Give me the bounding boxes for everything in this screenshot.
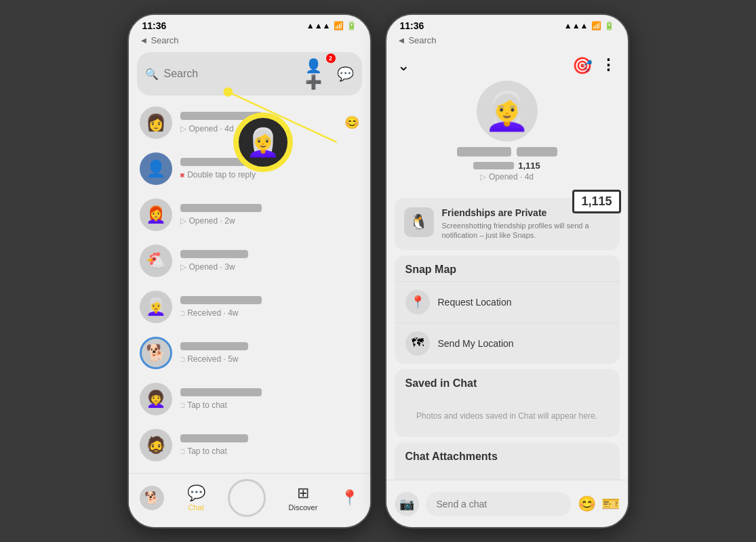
status-bar-left: 11:36 ▲▲▲ 📶 🔋 — [129, 15, 370, 34]
discover-nav-icon: ⊞ — [297, 484, 309, 502]
chat-status: ■ Double tap to reply — [180, 170, 359, 180]
chat-info: □ Tap to chat — [180, 434, 359, 456]
friend-badge: 2 — [326, 54, 336, 63]
chat-name — [180, 158, 248, 166]
chat-item[interactable]: 🐕 □ Received · 5w — [129, 330, 370, 376]
chat-name — [180, 342, 248, 350]
avatar: 🐔 — [140, 245, 172, 277]
chat-info: □ Received · 5w — [180, 342, 359, 364]
chat-name — [180, 296, 262, 304]
status-text: Opened · 2w — [189, 216, 235, 226]
snap-square-icon: ■ — [180, 171, 185, 179]
nav-avatar: 🐕 — [140, 486, 164, 510]
snap-arrow-icon: ▷ — [180, 262, 186, 272]
back-arrow-icon: ◄ — [140, 35, 148, 45]
avatar: 👩‍🦱 — [140, 383, 172, 415]
chat-item[interactable]: 🐔 ▷ Opened · 3w — [129, 238, 370, 284]
status-text: Opened · 4d — [189, 124, 234, 133]
add-friend-icon: 👤➕ — [305, 58, 322, 89]
chat-status: □ Received · 5w — [180, 354, 359, 364]
search-bar: 🔍 👤➕ 2 💬 — [137, 52, 362, 96]
snap-circle-icon[interactable]: 🎯 — [572, 56, 593, 75]
saved-chat-empty: Photos and videos saved in Chat will app… — [395, 395, 620, 437]
snap-map-title: Snap Map — [395, 255, 620, 281]
home-button[interactable] — [228, 479, 266, 517]
chat-info: □ Received · 4w — [180, 296, 359, 318]
avatar: 👤 — [140, 152, 172, 185]
send-location-text: Send My Location — [438, 338, 514, 349]
sticker-button[interactable]: 🎫 — [601, 495, 620, 513]
nav-item-avatar[interactable]: 🐕 — [140, 486, 164, 510]
add-friend-button[interactable]: 👤➕ 2 — [305, 58, 332, 90]
search-actions: 👤➕ 2 💬 — [305, 58, 354, 90]
score-row: 1,115 — [473, 161, 540, 171]
chat-name — [180, 250, 248, 258]
camera-button[interactable]: 📷 — [395, 492, 419, 516]
more-options-icon[interactable]: ⋮ — [601, 56, 617, 75]
score-label-blur — [473, 162, 514, 169]
chat-emoji: 😊 — [344, 115, 359, 130]
snap-arrow-icon: ▷ — [180, 216, 186, 226]
discover-nav-label: Discover — [289, 503, 318, 512]
opened-status-text: Opened · 4d — [489, 172, 534, 182]
snap-square-icon: □ — [180, 401, 185, 409]
right-phone: 11:36 ▲▲▲ 📶 🔋 ◄ Search 1,115 ⌄ 🎯 ⋮ 👩‍🦳 — [385, 14, 629, 528]
chat-name — [180, 204, 262, 212]
display-name-blur — [457, 147, 511, 157]
nav-item-chat[interactable]: 💬 Chat — [187, 484, 205, 512]
signal-icon: ▲▲▲ — [564, 21, 589, 30]
username-blur — [517, 147, 557, 157]
request-location-item[interactable]: 📍 Request Location — [395, 281, 620, 322]
back-label-left: Search — [151, 35, 178, 45]
signal-icon: ▲▲▲ — [306, 21, 331, 30]
status-icons-left: ▲▲▲ 📶 🔋 — [306, 21, 357, 30]
status-text: Tap to chat — [187, 446, 227, 456]
status-text: Opened · 3w — [189, 262, 235, 272]
chat-name — [180, 434, 248, 442]
back-nav-left[interactable]: ◄ Search — [129, 34, 370, 48]
back-label-right: Search — [408, 35, 436, 45]
status-text: Received · 4w — [187, 308, 238, 318]
send-chat-input[interactable] — [426, 492, 571, 516]
left-phone: 11:36 ▲▲▲ 📶 🔋 ◄ Search 🔍 👤➕ 2 💬 👩‍🦳 — [127, 14, 372, 528]
battery-icon: 🔋 — [604, 21, 614, 30]
wifi-icon: 📶 — [591, 21, 601, 30]
snap-square-icon: □ — [180, 447, 185, 455]
chat-status: ▷ Opened · 2w — [180, 216, 359, 226]
search-input[interactable] — [164, 68, 300, 80]
chat-info: □ Tap to chat — [180, 388, 359, 410]
search-icon: 🔍 — [145, 68, 159, 81]
saved-chat-title: Saved in Chat — [395, 369, 620, 395]
chat-nav-icon: 💬 — [187, 484, 205, 502]
chat-input-actions: 😊 🎫 — [578, 495, 620, 513]
back-arrow-icon: ◄ — [397, 35, 406, 45]
friendship-desc: Screenshotting friendship profiles will … — [442, 221, 610, 241]
profile-actions: 🎯 ⋮ — [572, 56, 617, 75]
chat-status: ▷ Opened · 3w — [180, 262, 359, 272]
profile-header: ⌄ 🎯 ⋮ 👩‍🦳 1,115 ▷ Opened · 4d — [386, 48, 628, 192]
chat-item[interactable]: 👩‍🦰 ▷ Opened · 2w — [129, 192, 370, 238]
chevron-down-button[interactable]: ⌄ — [397, 57, 410, 75]
chat-status: □ Tap to chat — [180, 400, 359, 410]
emoji-button[interactable]: 😊 — [578, 495, 596, 513]
chat-attachments-title: Chat Attachments — [395, 442, 620, 468]
nav-item-map[interactable]: 📍 — [340, 489, 359, 507]
avatar: 👩‍🦳 — [140, 291, 172, 323]
nav-item-discover[interactable]: ⊞ Discover — [289, 484, 318, 512]
send-location-icon: 🗺 — [405, 331, 430, 356]
back-nav-right[interactable]: ◄ Search — [386, 34, 628, 48]
opened-status-row: ▷ Opened · 4d — [480, 172, 534, 182]
score-value: 1,115 — [518, 161, 540, 171]
chat-status: □ Received · 4w — [180, 308, 359, 318]
profile-content: ⌄ 🎯 ⋮ 👩‍🦳 1,115 ▷ Opened · 4d — [386, 48, 628, 516]
floating-avatar: 👩‍🦳 — [236, 115, 290, 169]
send-location-item[interactable]: 🗺 Send My Location — [395, 322, 620, 364]
chat-action-icon[interactable]: 💬 — [337, 66, 354, 82]
profile-avatar: 👩‍🦳 — [477, 81, 538, 142]
wifi-icon: 📶 — [334, 21, 344, 30]
status-bar-right: 11:36 ▲▲▲ 📶 🔋 — [386, 15, 628, 34]
chat-item[interactable]: 👩‍🦱 □ Tap to chat — [129, 376, 370, 422]
chat-item[interactable]: 🧔 □ Tap to chat — [129, 422, 370, 468]
chat-item[interactable]: 👩‍🦳 □ Received · 4w — [129, 284, 370, 330]
saved-chat-section: Saved in Chat Photos and videos saved in… — [395, 369, 620, 437]
